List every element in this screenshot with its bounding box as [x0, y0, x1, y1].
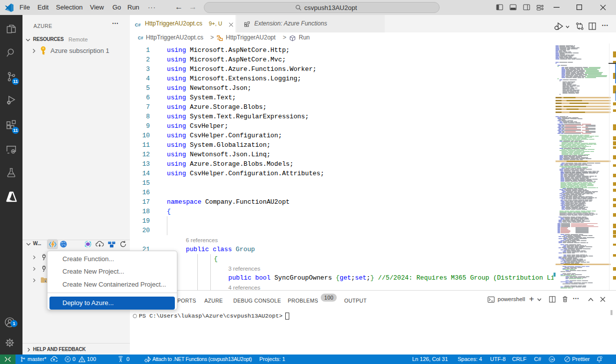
svg-text:C#: C#: [138, 36, 143, 40]
svg-text:{#}: {#}: [550, 358, 555, 362]
svg-text:C#: C#: [135, 22, 140, 27]
